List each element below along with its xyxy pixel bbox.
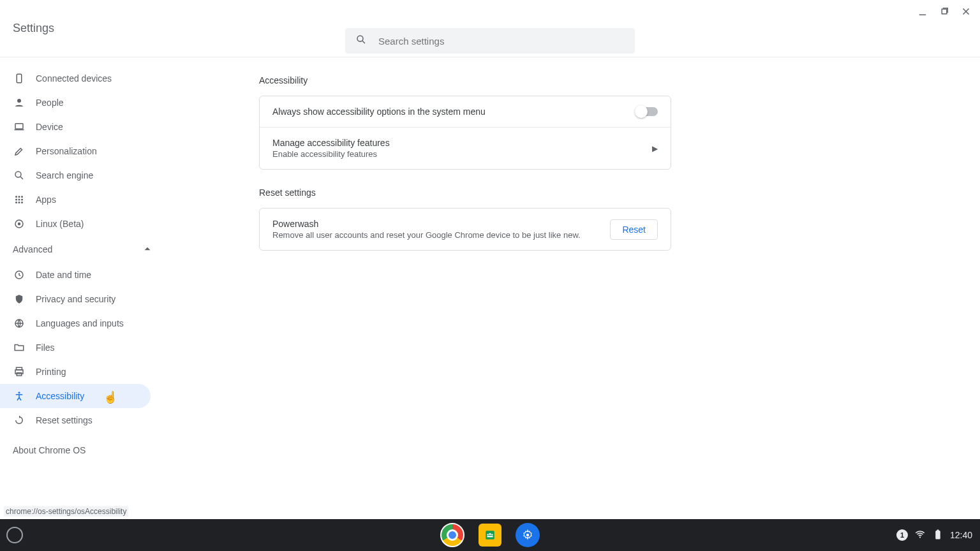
row-always-show-accessibility: Always show accessibility options in the… (260, 96, 671, 127)
svg-point-11 (15, 202, 17, 203)
sidebar-item-date-time[interactable]: Date and time (0, 263, 151, 287)
sidebar-item-connected-devices[interactable]: Connected devices (0, 66, 151, 91)
reset-card: Powerwash Remove all user accounts and r… (259, 208, 671, 251)
svg-point-2 (17, 99, 21, 103)
sidebar-item-label: Date and time (36, 270, 91, 280)
shelf-app-classroom[interactable] (479, 524, 501, 547)
linux-icon (13, 217, 26, 230)
sidebar-item-device[interactable]: Device (0, 115, 151, 139)
toggle-always-show-accessibility[interactable] (636, 107, 658, 116)
header: Settings (0, 0, 980, 57)
shelf-app-settings[interactable] (516, 523, 540, 547)
reset-button[interactable]: Reset (610, 219, 658, 240)
shelf-apps (440, 523, 540, 547)
svg-point-10 (21, 199, 23, 201)
sidebar-item-label: Apps (36, 195, 56, 205)
sidebar-about-label: About Chrome OS (13, 445, 85, 455)
wifi-icon (914, 529, 926, 542)
globe-icon (13, 317, 26, 330)
search-input[interactable] (378, 36, 625, 47)
sidebar-item-label: Files (36, 342, 55, 353)
sidebar-item-label: Privacy and security (36, 294, 115, 304)
svg-rect-26 (487, 536, 493, 537)
battery-icon (932, 529, 944, 542)
sidebar-item-privacy[interactable]: Privacy and security (0, 287, 151, 311)
apps-icon (13, 193, 26, 206)
sidebar-item-people[interactable]: People (0, 91, 151, 115)
reset-icon (13, 414, 26, 427)
svg-point-5 (15, 196, 17, 198)
search-icon (13, 169, 26, 182)
svg-rect-29 (935, 531, 940, 540)
svg-point-6 (19, 196, 20, 198)
clock-text: 12:40 (950, 530, 972, 540)
sidebar-item-personalization[interactable]: Personalization (0, 139, 151, 163)
accessibility-card: Always show accessibility options in the… (259, 96, 671, 170)
row-label: Always show accessibility options in the… (272, 107, 486, 117)
search-icon (355, 34, 367, 48)
svg-point-0 (357, 36, 363, 41)
sidebar-item-accessibility[interactable]: Accessibility (0, 384, 151, 408)
svg-point-8 (15, 199, 17, 201)
sidebar-group-label: Advanced (13, 244, 52, 254)
status-url: chrome://os-settings/osAccessibility (4, 506, 128, 517)
sidebar-group-advanced[interactable]: Advanced (0, 236, 165, 263)
clock-icon (13, 268, 26, 281)
chevron-right-icon: ▶ (652, 144, 658, 153)
sidebar-item-about[interactable]: About Chrome OS (0, 432, 165, 455)
sidebar: Connected devices People Device Personal… (0, 57, 165, 519)
row-sublabel: Remove all user accounts and reset your … (272, 230, 581, 240)
sidebar-item-files[interactable]: Files (0, 335, 151, 360)
sidebar-item-label: Personalization (36, 146, 97, 156)
svg-point-7 (21, 196, 23, 198)
device-icon (13, 72, 26, 85)
row-label: Manage accessibility features (272, 138, 390, 148)
sidebar-item-label: Languages and inputs (36, 318, 124, 328)
section-title-accessibility: Accessibility (259, 75, 671, 85)
content: Accessibility Always show accessibility … (165, 57, 980, 519)
sidebar-item-label: Search engine (36, 170, 93, 180)
sidebar-item-label: Device (36, 122, 63, 132)
svg-point-24 (487, 534, 488, 535)
sidebar-item-reset-settings[interactable]: Reset settings (0, 408, 151, 432)
sidebar-item-search-engine[interactable]: Search engine (0, 163, 151, 187)
row-label: Powerwash (272, 219, 581, 229)
laptop-icon (13, 121, 26, 133)
sidebar-item-printing[interactable]: Printing (0, 360, 151, 384)
notification-badge[interactable]: 1 (896, 529, 908, 541)
svg-point-21 (19, 392, 20, 393)
sidebar-item-label: Linux (Beta) (36, 219, 84, 229)
svg-point-28 (919, 536, 921, 538)
app-title: Settings (13, 22, 54, 35)
svg-point-27 (526, 534, 530, 537)
svg-point-9 (19, 199, 20, 201)
sidebar-item-languages[interactable]: Languages and inputs (0, 311, 151, 335)
svg-point-23 (489, 533, 491, 535)
chevron-up-icon (142, 243, 153, 256)
printer-icon (13, 365, 26, 378)
svg-rect-30 (937, 529, 939, 531)
svg-rect-1 (17, 74, 22, 83)
sidebar-item-label: People (36, 98, 64, 108)
sidebar-item-label: Connected devices (36, 73, 112, 84)
shelf-status[interactable]: 1 12:40 (896, 529, 972, 542)
row-manage-accessibility[interactable]: Manage accessibility features Enable acc… (260, 127, 671, 169)
launcher-button[interactable] (6, 527, 23, 543)
accessibility-icon (13, 390, 26, 402)
svg-point-13 (21, 202, 23, 203)
row-powerwash: Powerwash Remove all user accounts and r… (260, 209, 671, 250)
sidebar-item-apps[interactable]: Apps (0, 187, 151, 212)
svg-point-4 (15, 172, 21, 177)
row-sublabel: Enable accessibility features (272, 149, 390, 159)
shelf: 1 12:40 (0, 519, 980, 551)
sidebar-item-label: Printing (36, 367, 66, 377)
person-icon (13, 96, 26, 109)
folder-icon (13, 341, 26, 354)
svg-point-12 (19, 202, 20, 203)
svg-point-25 (491, 534, 493, 535)
sidebar-item-linux[interactable]: Linux (Beta) (0, 212, 151, 236)
sidebar-item-label: Accessibility (36, 391, 84, 401)
shelf-app-chrome[interactable] (440, 523, 464, 547)
svg-point-15 (18, 223, 21, 226)
search-settings[interactable] (345, 28, 635, 54)
